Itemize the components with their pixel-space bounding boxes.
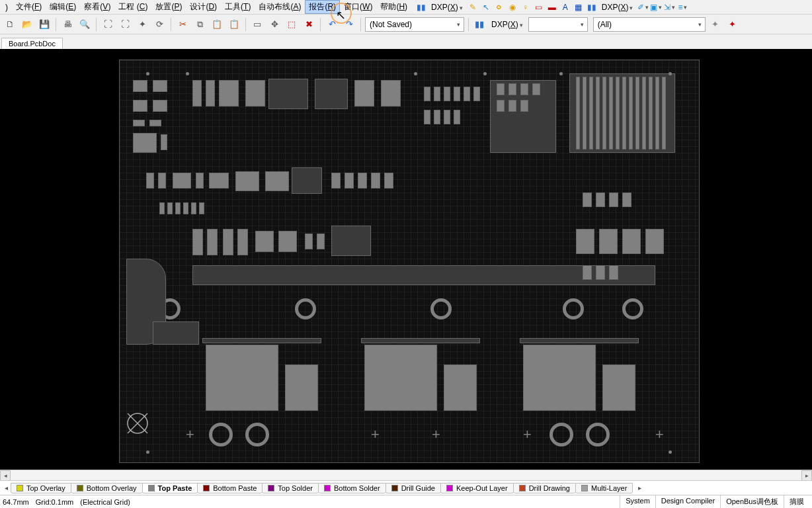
- tool-icon-5[interactable]: ♀: [520, 1, 532, 13]
- dxp-icon[interactable]: ▮▮: [415, 1, 427, 13]
- dxp-icon-2[interactable]: ▮▮: [586, 1, 598, 13]
- dxp-dropdown-2[interactable]: DXP(X): [599, 3, 636, 12]
- layer-tab-bottom-overlay[interactable]: Bottom Overlay: [71, 483, 143, 493]
- layer-swatch: [77, 485, 83, 491]
- tool-icon-2[interactable]: ↖: [480, 1, 492, 13]
- layer-swatch: [581, 485, 588, 491]
- filter-clear-button[interactable]: ✦: [725, 17, 740, 32]
- layer-tab-top-paste[interactable]: Top Paste: [142, 483, 198, 493]
- dxp-icon-tb[interactable]: ▮▮: [473, 17, 486, 32]
- layer-tab-top-solder[interactable]: Top Solder: [262, 483, 319, 493]
- panel-mask[interactable]: 摘膜: [784, 495, 809, 508]
- tool-icon-4[interactable]: ◉: [507, 1, 518, 13]
- menu-tools[interactable]: 工具(T): [221, 0, 255, 14]
- tool-icon-7[interactable]: ▬: [546, 1, 558, 13]
- paste-button[interactable]: 📋: [210, 17, 224, 32]
- layer-tab-bar: ◂ Top Overlay Bottom Overlay Top Paste B…: [0, 480, 812, 495]
- layer-swatch: [268, 485, 274, 491]
- layer-swatch: [446, 485, 453, 491]
- layer-tab-drill-guide[interactable]: Drill Guide: [386, 483, 441, 493]
- preview-button[interactable]: 🔍: [77, 17, 92, 32]
- pcb-board-outline[interactable]: + + + + +: [119, 60, 700, 463]
- undo-button[interactable]: ↶: [325, 17, 339, 32]
- menu-project[interactable]: 工程 (C): [114, 0, 151, 14]
- copy-button[interactable]: ⧉: [192, 17, 207, 32]
- layer-nav-next[interactable]: ▸: [635, 484, 644, 491]
- layer-tab-drill-drawing[interactable]: Drill Drawing: [513, 483, 576, 493]
- new-button[interactable]: 🗋: [3, 17, 17, 32]
- status-grid: Grid:0.1mm: [36, 498, 73, 506]
- menu-unknown[interactable]: ): [1, 1, 12, 13]
- saved-query-combo[interactable]: (Not Saved)▾: [365, 17, 464, 32]
- move-button[interactable]: ✥: [267, 17, 282, 32]
- status-grid-type: (Electrical Grid): [80, 498, 130, 506]
- status-coord: 64.7mm: [3, 498, 29, 506]
- layer-tab-keep-out[interactable]: Keep-Out Layer: [440, 483, 514, 493]
- menu-autoroute[interactable]: 自动布线(A): [255, 0, 305, 14]
- menu-view[interactable]: 察看(V): [80, 0, 114, 14]
- open-button[interactable]: 📂: [20, 17, 34, 32]
- dxp-dropdown-1[interactable]: DXP(X): [428, 3, 466, 12]
- menu-design[interactable]: 设计(D): [186, 0, 221, 14]
- document-tab-bar: Board.PcbDoc: [0, 34, 812, 49]
- zoom-selected-button[interactable]: ✦: [135, 17, 149, 32]
- dxp-tb-dropdown[interactable]: DXP(X): [489, 20, 526, 29]
- layer-swatch: [148, 485, 155, 491]
- layer-swatch: [391, 485, 398, 491]
- layer-swatch: [324, 485, 331, 491]
- zoom-fit-button[interactable]: ⛶: [118, 17, 132, 32]
- print-button[interactable]: 🖶: [60, 17, 75, 32]
- menu-edit[interactable]: 编辑(E): [46, 0, 80, 14]
- status-bar: 64.7mm Grid:0.1mm (Electrical Grid) Syst…: [0, 495, 812, 508]
- panel-system[interactable]: System: [620, 495, 655, 508]
- layer-tab-multi-layer[interactable]: Multi-Layer: [575, 483, 633, 493]
- layer-swatch: [203, 485, 210, 491]
- menu-reports[interactable]: 报告(R): [305, 0, 340, 14]
- menu-bar: ) 文件(F) 编辑(E) 察看(V) 工程 (C) 放置(P) 设计(D) 工…: [0, 0, 812, 15]
- layer-nav-prev[interactable]: ◂: [1, 484, 11, 491]
- tool-icon-10[interactable]: ✐: [637, 1, 649, 13]
- menu-window[interactable]: 窗口(W): [340, 0, 376, 14]
- menu-tail-toolbar: ▮▮ DXP(X) ✎ ↖ ⭘ ◉ ♀ ▭ ▬ A ▦ ▮▮ DXP(X) ✐ …: [415, 1, 688, 13]
- scroll-left-button[interactable]: ◂: [0, 470, 11, 481]
- tool-icon-8[interactable]: A: [559, 1, 571, 13]
- layer-tab-top-overlay[interactable]: Top Overlay: [11, 483, 71, 493]
- all-combo[interactable]: (All)▾: [593, 17, 706, 32]
- menu-help[interactable]: 帮助(H): [376, 0, 411, 14]
- document-tab[interactable]: Board.PcbDoc: [1, 38, 63, 49]
- zoom-refresh-button[interactable]: ⟳: [152, 17, 167, 32]
- scroll-right-button[interactable]: ▸: [801, 470, 812, 481]
- deselect-button[interactable]: ⬚: [284, 17, 299, 32]
- tool-icon-13[interactable]: ≡: [676, 1, 688, 13]
- horizontal-scrollbar[interactable]: ◂ ▸: [0, 470, 812, 480]
- panel-design-compiler[interactable]: Design Compiler: [655, 495, 720, 508]
- cut-button[interactable]: ✂: [175, 17, 190, 32]
- select-button[interactable]: ▭: [250, 17, 264, 32]
- blank-combo[interactable]: ▾: [528, 17, 588, 32]
- tool-icon-9[interactable]: ▦: [573, 1, 585, 13]
- menu-file[interactable]: 文件(F): [12, 0, 46, 14]
- tool-icon-6[interactable]: ▭: [533, 1, 545, 13]
- tool-icon-12[interactable]: ⇲: [663, 1, 675, 13]
- paste-special-button[interactable]: 📋: [227, 17, 241, 32]
- menu-place[interactable]: 放置(P): [151, 0, 186, 14]
- clear-button[interactable]: ✖: [302, 17, 316, 32]
- panel-openbus[interactable]: OpenBus调色板: [720, 495, 784, 508]
- standard-toolbar: 🗋 📂 💾 🖶 🔍 ⛶ ⛶ ✦ ⟳ ✂ ⧉ 📋 📋 ▭ ✥ ⬚ ✖ ↶ ↷ (N…: [0, 15, 812, 34]
- layer-swatch: [519, 485, 526, 491]
- tool-icon-3[interactable]: ⭘: [493, 1, 505, 13]
- layer-swatch: [17, 485, 23, 491]
- tool-icon-1[interactable]: ✎: [467, 1, 479, 13]
- layer-tab-bottom-paste[interactable]: Bottom Paste: [197, 483, 263, 493]
- pcb-workspace[interactable]: + + + + +: [0, 49, 812, 470]
- redo-button[interactable]: ↷: [342, 17, 356, 32]
- save-button[interactable]: 💾: [37, 17, 52, 32]
- zoom-area-button[interactable]: ⛶: [101, 17, 115, 32]
- tool-icon-11[interactable]: ▣: [650, 1, 662, 13]
- layer-tab-bottom-solder[interactable]: Bottom Solder: [318, 483, 386, 493]
- filter-apply-button[interactable]: ✦: [708, 17, 723, 32]
